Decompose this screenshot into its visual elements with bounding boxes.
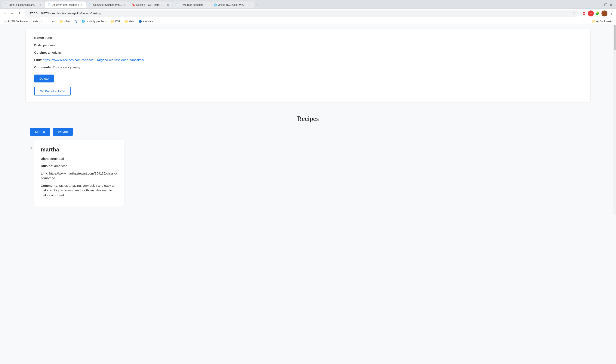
dish-value: pancake [43,43,55,47]
bookmark-stats2-label: stats [129,20,134,23]
tab2-favicon: 📄 [47,3,51,6]
svg-rect-1 [584,12,585,13]
martha-filter-button[interactable]: Martha [30,128,50,136]
browser-actions: N 🧩 ⋮ [581,11,614,16]
url-text: 127.0.0.1:4887/flocker_frontend/navigati… [28,12,571,15]
profile-avatar [602,11,607,16]
tab1-close[interactable]: ✕ [39,3,42,7]
profile-button[interactable] [602,11,607,16]
bookmark-sep1 [41,20,42,23]
svg-rect-2 [583,13,584,14]
link-label: Link: [34,58,43,62]
scedules-icon: 🔵 [139,20,142,23]
tab-discover-recipes[interactable]: 📄 Discover other recipes | ✕ [45,1,86,8]
name-field: Name: Jane [34,36,582,40]
scrollbar-track[interactable] [614,25,616,215]
cuisine-field: Cuisine: american [34,50,582,55]
link-field: Link: https://www.allrecipes.com/recipe/… [34,58,582,63]
svg-rect-0 [583,12,584,13]
bookmark-grid[interactable]: ⚏ [43,19,49,24]
bookmark-stats1[interactable]: stats [31,19,40,24]
tab5-close[interactable]: ✕ [205,3,208,7]
bookmark-pusd[interactable]: 📄 PUSD Bookmarks [2,19,30,24]
bc-study-icon: 🌐 [82,20,85,23]
tab-sprint5-joanna[interactable]: 📄 Sprint 5 | Joanna's ama... ✕ [2,1,44,8]
bookmark-stats1-label: stats [33,20,38,23]
name-label: Name: [34,36,45,39]
tab-html-blog[interactable]: 📄 HTML Blog Template ✕ [173,1,210,8]
tab3-favicon: 📄 [89,3,92,6]
pusd-folder-icon: 📄 [3,20,7,23]
restore-button[interactable]: ❐ [604,3,607,7]
vpn-icon[interactable]: N [588,11,594,16]
bookmark-bc-label: bc study problems [86,20,107,23]
result-comments-label: Comments: [41,184,59,187]
close-button[interactable]: ✕ [610,3,613,7]
paw-icon: 🐾 [74,20,77,23]
result-dish-label: Dish: [41,157,50,160]
link-value[interactable]: https://www.allrecipes.com/recipe/21014/… [43,58,144,62]
martha-recipe-card: martha Dish: cornbread Cuisine: american… [34,140,124,207]
bookmark-bc-study[interactable]: 🌐 bc study problems [80,19,108,24]
bookmark-scedules[interactable]: 🔵 scedules [137,19,154,24]
comments-field: Comments: This is very yummy [34,65,582,70]
refresh-button[interactable]: ↻ [17,11,23,16]
csp-folder-icon: 📁 [111,20,114,23]
bookmarks-bar: 📄 PUSD Bookmarks stats ⚏ wix 📁 other 🐾 🌐… [0,18,616,25]
result-dish-field: Dish: cornbread [41,156,118,161]
go-home-button[interactable]: Go Back to Home [34,87,70,95]
tab-csp[interactable]: 📄 Computer Science Prin... ✕ [86,1,129,8]
bookmark-wix[interactable]: wix [50,19,57,24]
tab6-close[interactable]: ✕ [248,3,251,7]
url-bar[interactable]: 127.0.0.1:4887/flocker_frontend/navigati… [25,10,579,17]
tab4-close[interactable]: ✕ [166,3,170,7]
result-link-field: Link: https://www.marthastewart.com/8591… [41,171,118,181]
bookmark-other-label: other [64,20,70,23]
forward-button[interactable]: → [9,11,15,16]
svg-rect-3 [584,13,585,14]
all-bookmarks-button[interactable]: 📁 All Bookmarks [590,19,614,24]
minimize-button[interactable]: ─ [599,3,602,7]
dish-label: Dish: [34,43,43,47]
bookmark-csp-label: CSP [115,20,120,23]
result-dish-value: cornbread [50,157,64,160]
result-recipe-name: martha [41,146,118,153]
bookmark-other[interactable]: 📁 other [58,19,71,24]
result-cuisine-label: Cuisine: [41,164,54,168]
menu-button[interactable]: ⋮ [608,11,614,16]
tab3-close[interactable]: ✕ [123,3,126,7]
tab-sprint5-csp[interactable]: 🔖 Sprint 5 – CSP Data, De... ✕ [129,1,172,8]
bookmark-csp[interactable]: 📁 CSP [109,19,122,24]
tab2-close[interactable]: ✕ [80,3,83,7]
tab-rgb-color[interactable]: 🌐 Online RGB Color Whe... ✕ [211,1,254,8]
browser-chrome: 📄 Sprint 5 | Joanna's ama... ✕ 📄 Discove… [0,0,616,25]
page-content: Name: Jane Dish: pancake Cuisine: americ… [0,25,616,364]
stats2-folder-icon: 📁 [125,20,128,23]
recipes-section: Recipes Martha Wayne < martha Dish: corn… [26,110,590,211]
main-content: Name: Jane Dish: pancake Cuisine: americ… [0,25,616,215]
comments-label: Comments: [34,65,53,69]
all-bookmarks-label: All Bookmarks [596,20,613,23]
star-icon[interactable]: ☆ [573,12,576,15]
result-area: < martha Dish: cornbread Cuisine: americ… [30,140,586,207]
bookmark-scedules-label: scedules [143,20,153,23]
bookmark-stats2[interactable]: 📁 stats [123,19,136,24]
bookmark-paw[interactable]: 🐾 [72,19,79,24]
extensions-puzzle-icon[interactable]: 🧩 [595,11,601,16]
new-tab-button[interactable]: + [254,2,260,8]
scrollbar-thumb[interactable] [614,25,616,51]
wayne-filter-button[interactable]: Wayne [53,128,73,136]
back-button[interactable]: ← [2,11,8,16]
tab-bar: 📄 Sprint 5 | Joanna's ama... ✕ 📄 Discove… [0,0,616,9]
all-bookmarks-folder-icon: 📁 [592,20,595,23]
address-bar: ← → ↻ 127.0.0.1:4887/flocker_frontend/na… [0,9,616,18]
bookmark-pusd-label: PUSD Bookmarks [8,20,28,23]
delete-button[interactable]: Delete [34,75,54,82]
top-recipe-card: Name: Jane Dish: pancake Cuisine: americ… [26,29,590,102]
result-link-value: https://www.marthastewart.com/859136/cla… [41,171,117,180]
bookmark-wix-label: wix [52,20,55,23]
lt-symbol: < [30,140,32,150]
recipes-title: Recipes [30,115,586,123]
tab6-favicon: 🌐 [214,3,217,6]
extensions-button[interactable] [581,11,587,16]
